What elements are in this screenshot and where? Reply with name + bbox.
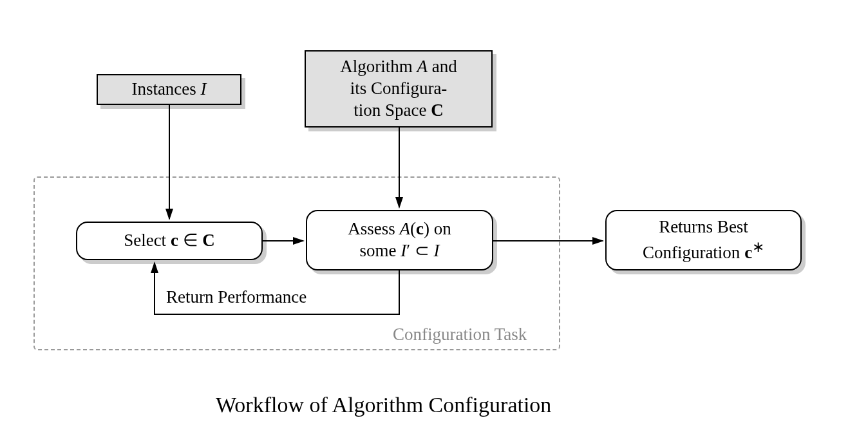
arrow-instances-to-select: [0, 0, 868, 445]
